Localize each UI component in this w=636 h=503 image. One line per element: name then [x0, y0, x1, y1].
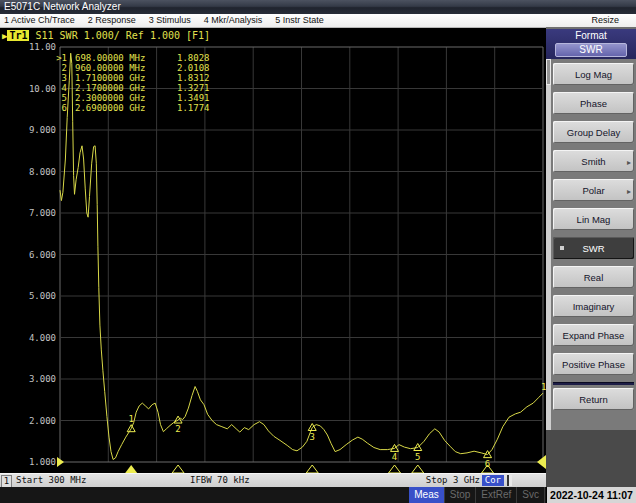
marker-value: 2.0108 — [175, 63, 210, 73]
softkey-button-imaginary[interactable]: Imaginary — [553, 295, 634, 317]
status-stop-label: Stop — [445, 487, 477, 503]
y-axis-tick-label: 11.00 — [29, 42, 56, 52]
meas-badge: Meas — [409, 487, 444, 503]
datetime-display: 2022-10-24 11:07 — [546, 487, 636, 503]
softkey-button-swr[interactable]: SWR — [553, 237, 634, 259]
softkey-menu-header: Format SWR — [546, 29, 636, 59]
marker-table-row-3: 31.7100000 GHz1.8312 — [49, 73, 210, 83]
y-axis-tick-label: 1.000 — [29, 457, 56, 467]
marker-table-row-5: 52.3000000 GHz1.3491 — [49, 93, 210, 103]
submenu-arrow-icon: ▸ — [627, 186, 631, 197]
scrollbar-thumb[interactable] — [546, 59, 551, 85]
submenu-arrow-icon: ▸ — [627, 157, 631, 168]
marker-number: 5 — [49, 93, 67, 103]
title-bar: E5071C Network Analyzer — [0, 0, 636, 14]
marker-frequency: 960.00000 MHz — [67, 63, 175, 73]
softkey-button-log-mag[interactable]: Log Mag — [553, 63, 634, 85]
softkey-label: Real — [584, 272, 604, 283]
sidebar-filler — [546, 430, 636, 487]
softkey-label: Imaginary — [573, 301, 615, 312]
marker-frequency: 2.1700000 GHz — [67, 83, 175, 93]
menu-item-3[interactable]: 3 Stimulus — [149, 14, 191, 27]
y-axis-tick-label: 4.000 — [29, 333, 56, 343]
softkey-button-return[interactable]: Return — [553, 388, 634, 410]
softkey-button-polar[interactable]: Polar▸ — [553, 179, 634, 201]
window-title: E5071C Network Analyzer — [4, 1, 121, 12]
menu-item-2[interactable]: 2 Response — [88, 14, 136, 27]
menu-items: 1 Active Ch/Trace2 Response3 Stimulus4 M… — [4, 14, 337, 27]
marker-value: 1.8312 — [175, 73, 210, 83]
marker-1-stimulus-icon — [125, 465, 137, 473]
return-separator — [553, 382, 634, 385]
softkey-button-expand-phase[interactable]: Expand Phase — [553, 324, 634, 346]
status-badges: Meas Stop ExtRef Svc — [409, 487, 545, 503]
softkey-button-lin-mag[interactable]: Lin Mag — [553, 208, 634, 230]
y-axis-tick-label: 6.000 — [29, 250, 56, 260]
marker-frequency: 698.00000 MHz — [67, 53, 175, 63]
softkey-label: Return — [579, 394, 608, 405]
marker-table-row-2: 2960.00000 MHz2.0108 — [49, 63, 210, 73]
trace-status-line: ▶Tr1 S11 SWR 1.000/ Ref 1.000 [F1] — [2, 30, 210, 42]
softkey-label: Group Delay — [567, 127, 620, 138]
marker-value: 1.1774 — [175, 103, 210, 113]
marker-number: 4 — [49, 83, 67, 93]
y-axis-tick-label: 5.000 — [29, 291, 56, 301]
menu-item-1[interactable]: 1 Active Ch/Trace — [4, 14, 75, 27]
marker-frequency: 2.3000000 GHz — [67, 93, 175, 103]
marker-2-stimulus-icon — [172, 465, 184, 473]
marker-5-label: 5 — [415, 452, 420, 462]
softkey-label: Positive Phase — [562, 359, 625, 370]
app-window: E5071C Network Analyzer 1 Active Ch/Trac… — [0, 0, 636, 503]
selected-bullet-icon — [560, 246, 564, 250]
marker-4-label: 4 — [392, 452, 397, 462]
softkey-button-positive-phase[interactable]: Positive Phase — [553, 353, 634, 375]
ref-level-arrow-right-icon — [537, 455, 546, 469]
status-extref-label: ExtRef — [476, 487, 517, 503]
y-axis-tick-label: 2.000 — [29, 416, 56, 426]
softkey-label: Phase — [580, 98, 607, 109]
stimulus-bar: 1 Start 300 MHz IFBW 70 kHz Stop 3 GHz C… — [0, 473, 546, 487]
marker-number: 6 — [49, 103, 67, 113]
softkey-button-list: Log MagPhaseGroup DelaySmith▸Polar▸Lin M… — [546, 59, 636, 463]
marker-frequency: 2.6900000 GHz — [67, 103, 175, 113]
softkey-label: SWR — [582, 243, 604, 254]
marker-2-label: 2 — [175, 424, 180, 434]
resize-button[interactable]: Resize — [591, 14, 619, 27]
trace-status-text: S11 SWR 1.000/ Ref 1.000 [F1] — [29, 30, 210, 41]
y-axis-tick-label: 8.000 — [29, 167, 56, 177]
cor-badge: Cor — [482, 475, 504, 486]
softkey-label: Lin Mag — [577, 214, 611, 225]
menu-item-4[interactable]: 4 Mkr/Analysis — [204, 14, 263, 27]
marker-4-stimulus-icon — [389, 465, 401, 473]
softkey-sidebar: Format SWR Log MagPhaseGroup DelaySmith▸… — [546, 27, 636, 487]
softkey-label: Polar — [582, 185, 604, 196]
softkey-current-value: SWR — [555, 43, 627, 57]
marker-value: 1.8028 — [175, 53, 210, 63]
marker-number: >1 — [49, 53, 67, 63]
marker-5-stimulus-icon — [412, 465, 424, 473]
softkey-button-phase[interactable]: Phase — [553, 92, 634, 114]
marker-table-row-6: 62.6900000 GHz1.1774 — [49, 103, 210, 113]
softkey-label: Smith — [581, 156, 605, 167]
y-axis-tick-label: 7.000 — [29, 208, 56, 218]
softkey-scrollbar[interactable] — [546, 59, 551, 463]
softkey-menu-title: Format — [546, 29, 636, 43]
status-bar: Meas Stop ExtRef Svc 2022-10-24 11:07 — [0, 487, 636, 503]
marker-value: 1.3491 — [175, 93, 210, 103]
marker-1-label: 1 — [128, 414, 133, 424]
stop-frequency-label: Stop 3 GHz — [426, 474, 480, 487]
softkey-label: Expand Phase — [563, 330, 625, 341]
softkey-button-real[interactable]: Real — [553, 266, 634, 288]
marker-3-stimulus-icon — [306, 465, 318, 473]
softkey-button-smith[interactable]: Smith▸ — [553, 150, 634, 172]
ifbw-label: IFBW 70 kHz — [190, 474, 250, 487]
marker-value: 1.3271 — [175, 83, 210, 93]
y-axis-tick-label: 9.000 — [29, 125, 56, 135]
softkey-button-group-delay[interactable]: Group Delay — [553, 121, 634, 143]
cor-badge-tail — [507, 475, 512, 486]
marker-frequency: 1.7100000 GHz — [67, 73, 175, 83]
marker-number: 2 — [49, 63, 67, 73]
menu-item-5[interactable]: 5 Instr State — [275, 14, 324, 27]
y-axis-tick-label: 3.000 — [29, 374, 56, 384]
marker-3-label: 3 — [310, 432, 315, 442]
